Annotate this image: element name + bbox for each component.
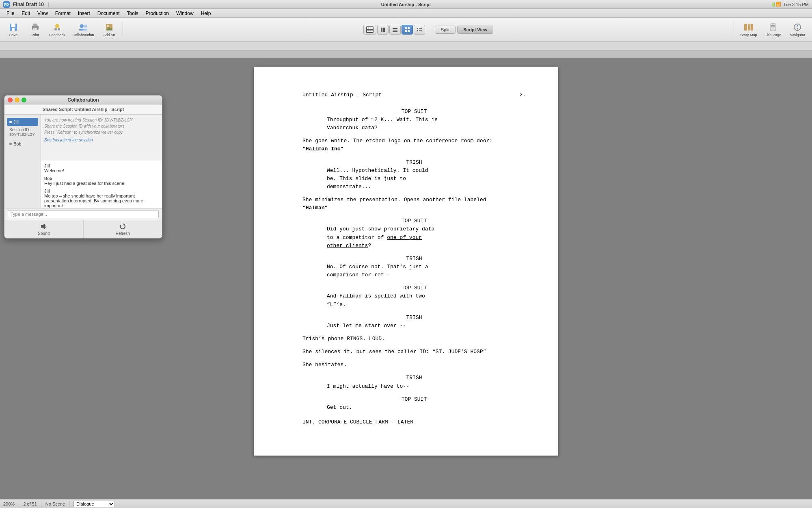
close-window-button[interactable] <box>8 98 13 102</box>
script-content[interactable]: TOP SUIT Throughput of 12 K... Wait. Thi… <box>302 108 526 426</box>
refresh-button[interactable]: Refresh <box>84 220 162 238</box>
clock: Tue 3:15 PM <box>783 2 809 7</box>
main-area: Untitled Airship - Script 2. TOP SUIT Th… <box>0 50 812 499</box>
minimize-window-button[interactable] <box>15 98 19 102</box>
svg-rect-24 <box>383 28 385 32</box>
collab-users-list: Jill Session ID: 3DV-TLBZ-LGY Bob <box>4 115 41 208</box>
navigator-button[interactable]: Navigator <box>786 20 809 40</box>
menu-edit[interactable]: Edit <box>18 10 33 17</box>
toolbar: Save Print Feedback Collaboration Add Ar… <box>0 18 812 41</box>
collab-message-input[interactable] <box>8 210 159 218</box>
filmstrip-button[interactable] <box>363 25 376 35</box>
script-view-button[interactable]: Script View <box>457 26 493 34</box>
character-block-3: TOP SUIT Did you just show proprietary d… <box>302 217 526 250</box>
menu-file[interactable]: File <box>3 10 17 17</box>
menu-view[interactable]: View <box>34 10 51 17</box>
toolbar-center: Split Script View <box>126 25 730 35</box>
sound-button[interactable]: Sound <box>4 220 84 238</box>
chat-msg-1: Jill Welcome! <box>44 164 159 173</box>
title-page-button[interactable]: Title Page <box>762 20 784 40</box>
ruler-bar <box>0 41 812 50</box>
scene-info: No Scene <box>45 501 65 506</box>
menu-help[interactable]: Help <box>198 10 214 17</box>
svg-rect-31 <box>408 30 410 32</box>
script-page[interactable]: Untitled Airship - Script 2. TOP SUIT Th… <box>254 67 558 456</box>
svg-rect-19 <box>371 27 373 29</box>
svg-marker-48 <box>120 225 122 226</box>
character-name-4: TRISH <box>302 255 526 263</box>
collaboration-label: Collaboration <box>72 33 94 37</box>
character-block-7: TRISH I might actually have to-- <box>302 374 526 390</box>
title-bar-left: FD Final Draft 10 | <box>3 1 50 8</box>
svg-marker-47 <box>43 224 45 229</box>
title-bar-right: 🔋📶 Tue 3:15 PM <box>771 2 809 7</box>
character-block-6: TRISH Just let me start over -- <box>302 314 526 330</box>
collaboration-button[interactable]: Collaboration <box>69 20 97 40</box>
svg-rect-22 <box>371 30 373 32</box>
collab-body: Jill Session ID: 3DV-TLBZ-LGY Bob You ar… <box>4 115 162 208</box>
app-name: Final Draft 10 <box>13 2 44 7</box>
title-bar: FD Final Draft 10 | Untitled Airship - S… <box>0 0 812 9</box>
page-count: 2 of 51 <box>23 501 37 506</box>
print-button[interactable]: Print <box>25 20 45 40</box>
collab-header: Shared Script: Untitled Airship - Script <box>4 104 162 115</box>
story-map-button[interactable]: Story Map <box>737 20 760 40</box>
split-button[interactable]: Split <box>435 26 456 34</box>
pause-button[interactable] <box>377 25 389 35</box>
app-icon: FD <box>3 1 10 8</box>
svg-point-10 <box>84 24 87 27</box>
chat-author-2: Bob <box>44 176 159 181</box>
action-text-1: She goes white. The etched logo on the c… <box>302 137 526 153</box>
view-controls <box>363 25 425 35</box>
script-page-wrapper: Untitled Airship - Script 2. TOP SUIT Th… <box>254 67 558 491</box>
save-button[interactable]: Save <box>3 20 24 40</box>
maximize-window-button[interactable] <box>22 98 26 102</box>
toolbar-right: Story Map Title Page Navigator <box>737 20 809 40</box>
svg-rect-34 <box>417 30 418 31</box>
session-id-label: Session ID: <box>9 128 30 132</box>
dialogue-2: Well... Hypothetically. It couldbe. This… <box>327 167 501 191</box>
svg-marker-45 <box>797 28 798 30</box>
dialogue-7: I might actually have to-- <box>327 382 501 391</box>
svg-rect-41 <box>771 26 775 27</box>
status-bar: 200% 2 of 51 No Scene Dialogue Action Ch… <box>0 499 812 508</box>
collab-chat[interactable]: Jill Welcome! Bob Hey I just had a great… <box>41 161 162 208</box>
svg-rect-35 <box>419 30 422 31</box>
chat-text-1: Welcome! <box>44 168 159 173</box>
menu-document[interactable]: Document <box>94 10 123 17</box>
character-name-1: TOP SUIT <box>302 108 526 116</box>
feedback-button[interactable]: Feedback <box>47 20 67 40</box>
sound-icon <box>40 223 48 230</box>
collaboration-panel: Collaboration Shared Script: Untitled Ai… <box>4 95 162 239</box>
sound-label: Sound <box>38 231 50 236</box>
character-name-8: TOP SUIT <box>302 395 526 404</box>
action-block-5: She hesitates. <box>302 361 526 369</box>
lines-button[interactable] <box>389 25 401 35</box>
svg-rect-20 <box>367 30 369 32</box>
menu-insert[interactable]: Insert <box>75 10 93 17</box>
svg-marker-44 <box>797 24 798 27</box>
toolbar-sep-1 <box>123 22 123 37</box>
menu-tools[interactable]: Tools <box>124 10 142 17</box>
menu-window[interactable]: Window <box>173 10 197 17</box>
scene-heading-text-1: INT. CORPORATE CUBICLE FARM - LATER <box>302 418 526 426</box>
user-jill[interactable]: Jill <box>7 118 38 126</box>
user-name-bob: Bob <box>13 141 22 146</box>
navigator-label: Navigator <box>790 33 806 37</box>
status-sep-2 <box>41 501 41 507</box>
list-button[interactable] <box>414 25 425 35</box>
element-type-select[interactable]: Dialogue Action Character Scene Heading … <box>73 501 115 507</box>
user-bob[interactable]: Bob <box>7 140 38 148</box>
svg-point-7 <box>54 28 57 30</box>
session-id-value: 3DV-TLBZ-LGY <box>9 132 35 137</box>
character-block-5: TOP SUIT And Hallman is spelled with two… <box>302 284 526 308</box>
menu-format[interactable]: Format <box>52 10 74 17</box>
grid-button[interactable] <box>402 25 413 35</box>
print-label: Print <box>32 33 39 37</box>
character-block-2: TRISH Well... Hypothetically. It couldbe… <box>302 158 526 191</box>
add-art-button[interactable]: Add Art <box>99 20 119 40</box>
svg-rect-18 <box>369 27 371 29</box>
collab-shared-script: Shared Script: Untitled Airship - Script <box>43 107 124 112</box>
navigator-icon <box>793 22 802 32</box>
menu-production[interactable]: Production <box>143 10 172 17</box>
